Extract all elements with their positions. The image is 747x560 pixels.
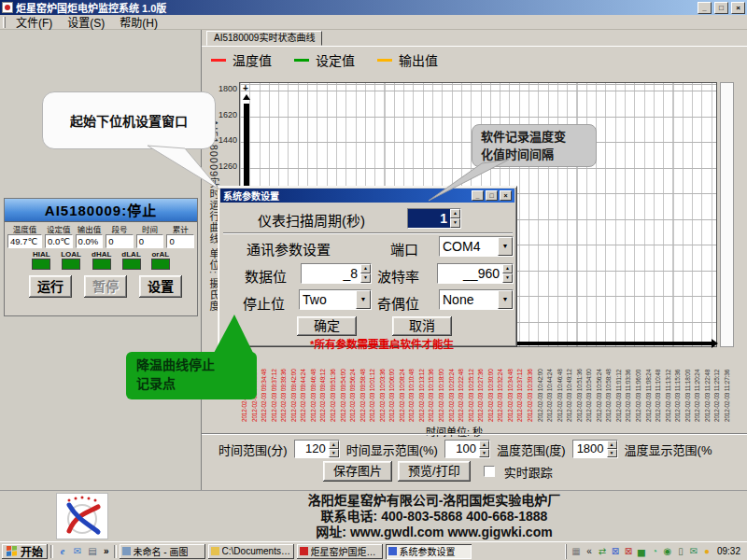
screen: 炬星窑炉国炬电炉监控系统 1.0版 _ □ × 文件(F)设置(S)帮助(H) … [0,0,747,560]
time-range-value[interactable]: 120 [295,441,329,457]
spin-up-icon[interactable]: ▲ [607,441,617,449]
dialog-titlebar: 系统参数设置 _ □ × [220,189,514,203]
run-button[interactable]: 运行 [29,275,72,298]
device-field-label: 累计 [166,223,194,234]
x-tick-label: 2012-02-03 10:56:24 [596,349,605,422]
desktop-launch-icon[interactable]: ▤ [86,545,99,558]
port-value[interactable]: COM4 [440,237,498,256]
dialog-close-button[interactable]: × [500,190,512,201]
windows-update-icon[interactable]: ◔ [649,545,660,557]
spin-up-icon[interactable]: ▲ [502,264,513,273]
data-bits-stepper[interactable]: _8 ▲▼ [301,263,372,284]
spin-up-icon[interactable]: ▲ [329,441,339,449]
time-display-stepper[interactable]: 100 ▲▼ [444,440,490,458]
sync-icon[interactable]: ⇄ [597,545,608,557]
dialog-minimize-button[interactable]: _ [472,190,484,201]
legend-line-swatch [294,59,309,62]
setup-button[interactable]: 设置 [139,275,182,298]
taskbar-task[interactable]: C:\Documents and Se... [208,544,294,559]
scan-period-value[interactable]: 1 [408,209,450,228]
baud-rate-value[interactable]: __960 [438,264,502,283]
preview-print-button[interactable]: 预览/打印 [398,461,471,482]
baud-rate-stepper[interactable]: __960 ▲▼ [437,263,514,284]
time-display-value[interactable]: 100 [445,441,479,457]
cancel-button[interactable]: 取消 [392,316,452,336]
spin-down-icon[interactable]: ▼ [450,218,460,228]
collapse-chevron-icon[interactable]: « [584,545,595,557]
menu-item[interactable]: 文件(F) [8,17,60,30]
save-image-button[interactable]: 保存图片 [323,461,392,482]
spin-up-icon[interactable]: ▲ [450,209,460,218]
device-field-value: 0.0% [76,234,104,248]
alarm-indicators: HIALLOALdHALdLALorAL [5,250,197,270]
parity-dropdown[interactable]: None ▼ [439,289,514,310]
y-tick-label: 1260 [213,161,237,171]
time-range-stepper[interactable]: 120 ▲▼ [294,440,340,458]
time-display-label: 时间显示范围(%) [346,441,438,458]
taskbar-task[interactable]: 未命名 - 画图 [120,544,205,559]
temp-range-stepper[interactable]: 1800 ▲▼ [572,440,618,458]
parity-value[interactable]: None [440,290,498,309]
temp-range-value[interactable]: 1800 [573,441,607,457]
signal-strength-icon[interactable]: ▅ [636,545,647,557]
dialog-restore-button[interactable]: □ [486,190,498,201]
stop-bits-dropdown[interactable]: Two ▼ [299,289,372,310]
volume-muted-icon[interactable]: ⊠ [623,545,634,557]
chart-v-slider-arrow-icon[interactable] [243,94,250,100]
spin-up-icon[interactable]: ▲ [479,441,489,449]
taskbar-task[interactable]: 系统参数设置 [386,544,472,559]
menu-item[interactable]: 帮助(H) [112,17,165,30]
spin-down-icon[interactable]: ▼ [360,273,371,283]
stop-bits-value[interactable]: Two [300,290,356,309]
ok-button[interactable]: 确定 [297,316,357,336]
realtime-track-label: 实时跟踪 [504,463,553,481]
close-button[interactable]: × [731,2,745,14]
printer-tray-icon[interactable]: ▦ [571,545,582,557]
taskbar: 开始 e✉▤ » 未命名 - 画图C:\Documents and Se...炬… [0,541,747,560]
battery-icon[interactable]: ▯ [675,545,686,557]
callout-record-interval: 软件记录温度变 化值时间间隔 [472,124,597,167]
alarm-label: LOAL [61,250,81,259]
dropdown-arrow-icon[interactable]: ▼ [498,290,513,309]
x-tick-label: 2012-02-03 10:18:00 [438,349,447,422]
restore-button[interactable]: □ [714,2,728,14]
controls-separator [202,433,747,435]
taskbar-clock: 09:32 [714,546,745,556]
messenger-icon[interactable]: ✉ [688,545,699,557]
device-status-panel: AI5180009:停止 温度值49.7℃设定值0.0℃输出值0.0%段号0时间… [4,198,198,316]
x-tick-label: 2012-02-03 11:03:36 [625,349,634,422]
pause-button[interactable]: 暂停 [84,275,127,298]
data-bits-value[interactable]: _8 [302,264,360,283]
dropdown-arrow-icon[interactable]: ▼ [356,290,371,309]
ie-launch-icon[interactable]: e [56,545,69,558]
x-tick-label: 2012-02-03 10:49:12 [566,349,575,422]
device-fields: 温度值49.7℃设定值0.0℃输出值0.0%段号0时间0累计0 [5,222,197,248]
security-shield-icon[interactable]: ◉ [662,545,673,557]
menu-item[interactable]: 设置(S) [60,17,112,30]
chart-x-axis-arrow-icon [712,339,718,348]
live-update-icon[interactable]: ● [701,545,712,557]
network-offline-icon[interactable]: ⊠ [610,545,621,557]
realtime-track-checkbox[interactable] [484,466,495,477]
scan-period-stepper[interactable]: 1 ▲▼ [407,208,461,229]
device-field: 温度值49.7℃ [7,223,42,248]
minimize-button[interactable]: _ [698,2,712,14]
chart-right-scrollbar-track[interactable] [720,82,734,347]
start-button[interactable]: 开始 [2,544,48,559]
x-tick-label: 2012-02-03 10:25:12 [468,349,477,422]
alarm-label: dHAL [92,250,111,259]
dropdown-arrow-icon[interactable]: ▼ [498,237,513,256]
tab-realtime-curve[interactable]: AI5180009实时状态曲线 [206,31,322,46]
windows-logo-icon [7,546,18,556]
spin-down-icon[interactable]: ▼ [607,449,617,457]
spin-up-icon[interactable]: ▲ [360,264,371,273]
spin-down-icon[interactable]: ▼ [502,273,513,283]
spin-down-icon[interactable]: ▼ [479,449,489,457]
port-dropdown[interactable]: COM4 ▼ [439,236,514,257]
taskbar-task[interactable]: 炬星窑炉国炬电炉监... [297,544,383,559]
task-icon [388,547,397,555]
spin-down-icon[interactable]: ▼ [329,449,339,457]
quick-launch-more-chevron[interactable]: » [102,546,111,556]
x-tick-label: 2012-02-03 09:49:12 [319,349,329,422]
mail-launch-icon[interactable]: ✉ [71,545,84,558]
